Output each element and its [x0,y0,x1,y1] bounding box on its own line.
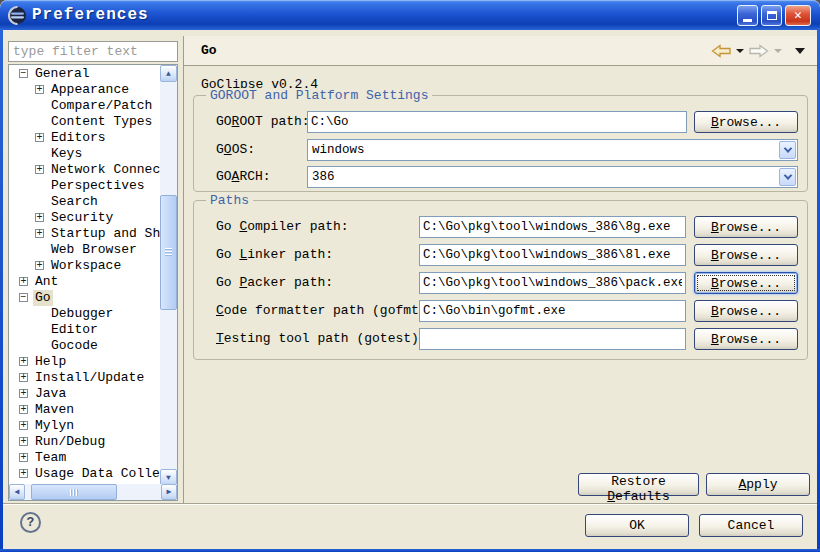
close-icon: ✕ [794,9,802,22]
expander-icon[interactable] [35,261,44,270]
tree-item[interactable]: Content Types [9,114,160,130]
tree-item[interactable]: Debugger [9,306,160,322]
filter-input[interactable] [8,41,178,62]
combo-dropdown-button[interactable] [779,168,796,186]
maximize-button[interactable] [761,5,782,26]
view-menu-icon[interactable] [795,48,805,54]
tree-item-label: Keys [49,146,84,162]
go-linker-path-input[interactable] [419,244,686,266]
tree-item[interactable]: Help [9,354,160,370]
expander-icon[interactable] [19,453,28,462]
go-linker-path-label: Go Linker path: [216,247,333,262]
expander-icon[interactable] [35,213,44,222]
tree-item[interactable]: Keys [9,146,160,162]
gotest-path-label: Testing tool path (gotest): [216,331,427,346]
expander-icon[interactable] [35,85,44,94]
tree-item-label: Security [49,210,115,226]
tree-item[interactable]: Editors [9,130,160,146]
goroot-path-input[interactable] [307,111,687,133]
tree-item[interactable]: Maven [9,402,160,418]
expander-icon[interactable] [19,469,28,478]
go-packer-path-input[interactable] [419,272,686,294]
goarch-combo[interactable]: 386 [307,166,798,188]
tree-item[interactable]: General [9,66,160,82]
tree-item-label: Appearance [49,82,131,98]
forward-dropdown-icon[interactable] [774,49,782,53]
expander-icon[interactable] [19,357,28,366]
gotest-path-input[interactable] [419,328,686,350]
scroll-left-icon[interactable]: ◀ [9,484,25,500]
help-button[interactable]: ? [20,512,41,533]
expander-icon[interactable] [19,373,28,382]
form-row: Go Linker path: Browse... [194,244,807,266]
page-nav-toolbar [711,36,805,66]
tree-item[interactable]: Security [9,210,160,226]
tree-item[interactable]: Workspace [9,258,160,274]
tree-item[interactable]: Ant [9,274,160,290]
close-button[interactable]: ✕ [785,5,811,26]
horizontal-scroll-thumb[interactable] [31,484,117,500]
tree-item-label: Debugger [49,306,115,322]
tree-item[interactable]: Install/Update [9,370,160,386]
restore-defaults-button[interactable]: Restore Defaults [578,473,699,496]
goroot-browse-button[interactable]: Browse... [694,111,798,133]
tree-item[interactable]: Usage Data Collect [9,466,160,482]
tree-item-label: Search [49,194,100,210]
footer-separator [0,503,820,505]
minimize-button[interactable] [737,5,758,26]
tree-rows: General Appearance Compare/Patch Content… [9,66,160,484]
vertical-scroll-thumb[interactable] [160,195,177,310]
tree-item[interactable]: Java [9,386,160,402]
expander-icon[interactable] [35,229,44,238]
tree-item[interactable]: Search [9,194,160,210]
combo-dropdown-button[interactable] [779,141,796,159]
expander-icon[interactable] [19,405,28,414]
tree-item[interactable]: Team [9,450,160,466]
forward-arrow-icon[interactable] [749,44,769,58]
tree-horizontal-scrollbar[interactable]: ◀ ▶ [9,484,177,500]
tree-item-label: Compare/Patch [49,98,154,114]
gofmt-browse-button[interactable]: Browse... [694,300,798,322]
tree-item[interactable]: Appearance [9,82,160,98]
go-linker-browse-button[interactable]: Browse... [694,244,798,266]
back-dropdown-icon[interactable] [736,49,744,53]
expander-icon[interactable] [19,69,28,78]
tree-vertical-scrollbar[interactable]: ▲ ▼ [160,65,177,486]
tree-item-label: Workspace [49,258,123,274]
expander-icon[interactable] [19,389,28,398]
tree-item-label: Team [33,450,68,466]
tree-item[interactable]: Startup and Shu [9,226,160,242]
apply-button[interactable]: Apply [706,473,810,496]
tree-item-label: Help [33,354,68,370]
tree-item[interactable]: Mylyn [9,418,160,434]
back-arrow-icon[interactable] [711,44,731,58]
tree-item[interactable]: Run/Debug [9,434,160,450]
expander-icon[interactable] [19,437,28,446]
go-compiler-browse-button[interactable]: Browse... [694,216,798,238]
form-row: Code formatter path (gofmt): Browse... [194,300,807,322]
expander-icon[interactable] [35,165,44,174]
tree-item[interactable]: Web Browser [9,242,160,258]
tree-item[interactable]: Perspectives [9,178,160,194]
scroll-right-icon[interactable]: ▶ [161,484,177,500]
chevron-down-icon [783,144,791,152]
gofmt-path-input[interactable] [419,300,686,322]
tree-item[interactable]: Go [9,290,160,306]
goos-combo[interactable]: windows [307,139,798,161]
tree-item[interactable]: Compare/Patch [9,98,160,114]
cancel-button[interactable]: Cancel [699,514,803,537]
tree-item-label: Web Browser [49,242,139,258]
scroll-up-icon[interactable]: ▲ [160,65,177,82]
tree-item[interactable]: Gocode [9,338,160,354]
expander-icon[interactable] [35,133,44,142]
tree-item-label: Usage Data Collect [33,466,160,482]
go-packer-browse-button[interactable]: Browse... [694,272,798,294]
go-compiler-path-input[interactable] [419,216,686,238]
ok-button[interactable]: OK [585,514,689,537]
tree-item[interactable]: Editor [9,322,160,338]
expander-icon[interactable] [19,277,28,286]
tree-item[interactable]: Network Connect [9,162,160,178]
expander-icon[interactable] [19,293,28,302]
gotest-browse-button[interactable]: Browse... [694,328,798,350]
expander-icon[interactable] [19,421,28,430]
